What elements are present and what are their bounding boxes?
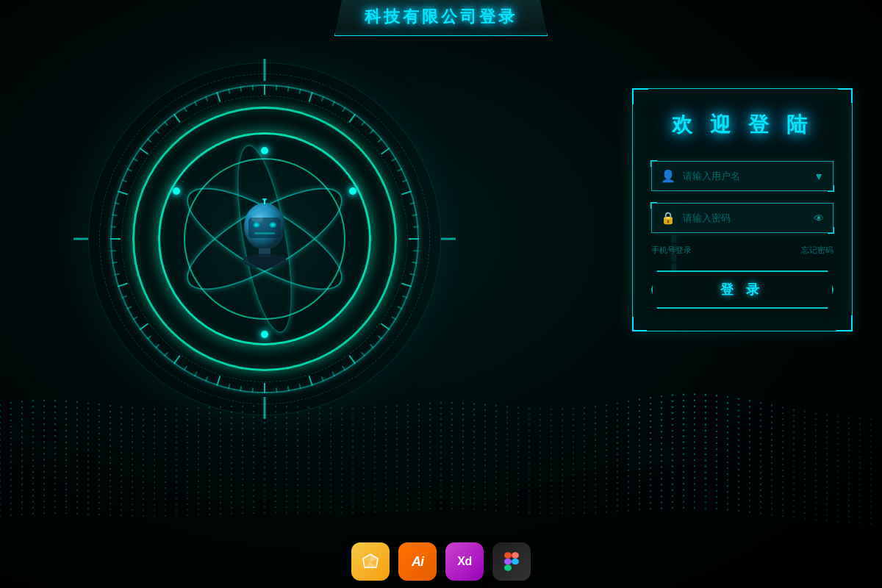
tick-mark (402, 179, 407, 183)
svg-rect-18 (504, 559, 512, 565)
tick-mark (397, 306, 402, 309)
terrain-canvas (0, 382, 882, 544)
username-input[interactable] (683, 171, 806, 182)
tick-mark (348, 114, 356, 123)
tick-mark (194, 371, 198, 376)
tick-mark (122, 295, 127, 299)
tick-mark (132, 157, 137, 161)
tick-mark (183, 107, 187, 112)
tick-mark (147, 138, 152, 143)
tick-mark (112, 262, 117, 264)
tick-mark (409, 202, 415, 205)
tick-mark (413, 226, 418, 229)
tick-mark (409, 273, 415, 276)
username-wrapper: 👤 ▼ (651, 161, 833, 191)
tick-mark (126, 306, 132, 309)
forgot-password-link[interactable]: 忘记密码 (801, 245, 833, 256)
tick-mark (397, 168, 402, 172)
tick-mark (331, 101, 335, 106)
hud-line-left (74, 238, 88, 240)
tick-mark (402, 295, 407, 299)
tick-mark (173, 114, 181, 123)
tick-mark (240, 86, 242, 91)
tick-mark (401, 190, 412, 195)
hud-line-top (264, 59, 266, 81)
password-group: 🔒 👁 (651, 203, 833, 233)
tick-mark (287, 86, 290, 91)
dropdown-icon[interactable]: ▼ (814, 171, 824, 182)
lock-icon: 🔒 (661, 211, 675, 225)
tick-mark (111, 250, 116, 252)
tick-mark (321, 376, 325, 381)
svg-rect-20 (504, 564, 512, 571)
tick-mark (309, 92, 313, 102)
username-group: 👤 ▼ (651, 161, 833, 191)
sketch-icon[interactable] (351, 542, 390, 581)
tick-mark (361, 352, 365, 357)
tick-mark (392, 316, 397, 320)
tick-mark (183, 366, 187, 371)
tick-mark (298, 89, 301, 94)
tick-mark (321, 96, 325, 101)
tick-mark (331, 371, 335, 376)
tick-mark (122, 179, 127, 183)
tick-mark (381, 148, 390, 155)
illustrator-icon[interactable]: Ai (398, 542, 437, 581)
tick-mark (112, 214, 117, 216)
tick-mark (342, 366, 345, 371)
eye-icon[interactable]: 👁 (814, 212, 824, 224)
tick-mark (126, 168, 132, 172)
xd-icon[interactable]: Xd (445, 542, 484, 581)
tick-mark (378, 138, 383, 143)
tick-mark (378, 335, 383, 340)
tick-mark (412, 262, 417, 264)
ai-label: Ai (412, 554, 423, 570)
terrain-container (0, 382, 882, 544)
tick-ring (110, 85, 419, 393)
svg-rect-17 (512, 552, 519, 559)
tick-mark (252, 85, 254, 90)
tick-mark (361, 121, 365, 126)
tick-mark (392, 157, 397, 161)
tick-mark (115, 202, 120, 205)
login-button[interactable]: 登 录 (651, 270, 833, 309)
tick-mark (401, 283, 412, 287)
tick-mark (342, 107, 345, 112)
hud-line-right (441, 238, 456, 240)
tick-mark (348, 355, 356, 365)
tick-mark (409, 238, 419, 240)
login-panel: 欢 迎 登 陆 👤 ▼ 🔒 👁 手机号登录 忘记密码 登 录 (632, 88, 853, 331)
password-wrapper: 🔒 👁 (651, 203, 833, 233)
page-title: 科技有限公司登录 (365, 7, 517, 26)
svg-rect-19 (512, 559, 519, 565)
hud-display (59, 44, 470, 434)
tick-mark (370, 344, 374, 348)
tick-mark (110, 238, 121, 240)
links-row: 手机号登录 忘记密码 (651, 245, 833, 256)
tick-mark (194, 101, 198, 106)
tick-mark (205, 376, 209, 381)
tick-mark (111, 226, 116, 229)
tick-mark (140, 148, 149, 155)
tick-mark (164, 352, 168, 357)
tick-mark (276, 85, 278, 90)
tick-mark (205, 96, 209, 101)
tick-mark (155, 344, 159, 348)
tick-mark (370, 129, 374, 134)
tick-mark (115, 273, 120, 276)
corner-tr (838, 88, 853, 103)
password-input[interactable] (683, 212, 806, 223)
tick-mark (118, 190, 128, 195)
login-title: 欢 迎 登 陆 (651, 111, 833, 139)
tick-mark (412, 214, 417, 216)
figma-icon[interactable] (492, 542, 531, 581)
phone-login-link[interactable]: 手机号登录 (651, 245, 692, 256)
tick-mark (413, 250, 418, 252)
tick-mark (164, 121, 168, 126)
tick-mark (173, 355, 181, 365)
tick-mark (216, 92, 220, 102)
bottom-toolbar: Ai Xd (351, 542, 531, 581)
tick-mark (140, 323, 149, 330)
tick-mark (381, 323, 390, 330)
tick-mark (155, 129, 159, 134)
